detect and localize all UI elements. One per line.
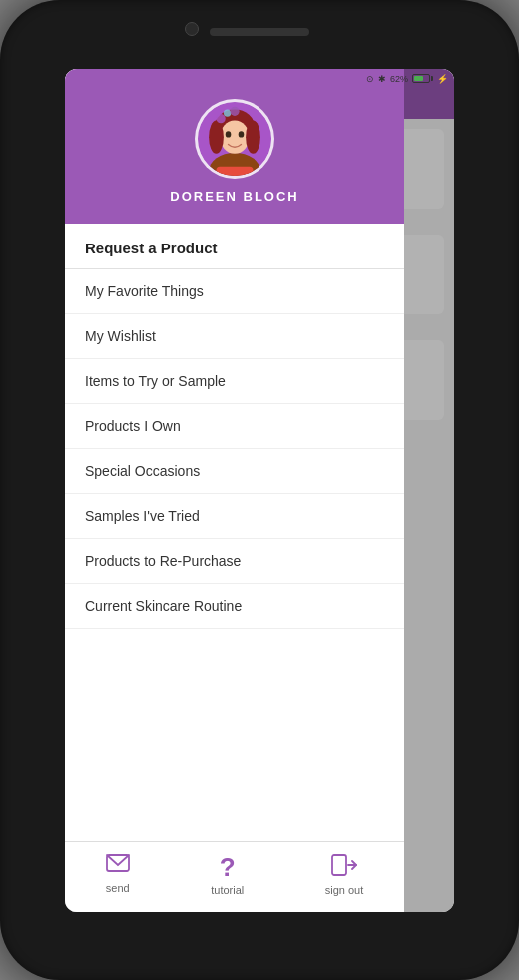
footer-signout[interactable]: sign out bbox=[325, 854, 364, 896]
svg-point-9 bbox=[224, 109, 231, 116]
footer-tutorial[interactable]: ? tutorial bbox=[211, 854, 244, 896]
drawer-header: DOREEN BLOCH bbox=[65, 69, 404, 224]
battery-icon bbox=[412, 74, 433, 83]
footer-send[interactable]: send bbox=[106, 854, 130, 896]
drawer-username: DOREEN BLOCH bbox=[170, 189, 298, 204]
svg-point-5 bbox=[246, 120, 260, 153]
avatar bbox=[195, 99, 274, 179]
nav-item-favorite[interactable]: My Favorite Things bbox=[65, 269, 404, 314]
svg-point-8 bbox=[217, 114, 226, 123]
nav-item-samples-tried[interactable]: Samples I've Tried bbox=[65, 494, 404, 539]
drawer-footer: send ? tutorial sign out bbox=[65, 841, 404, 912]
phone-screen: ⊙ ✱ 62% ⚡ BRANDS Silk Foundation Ar bbox=[65, 69, 454, 912]
nav-section-header[interactable]: Request a Product bbox=[65, 224, 404, 269]
drawer-navigation: Request a Product My Favorite Things My … bbox=[65, 224, 404, 841]
nav-item-repurchase[interactable]: Products to Re-Purchase bbox=[65, 539, 404, 584]
svg-point-4 bbox=[209, 120, 224, 153]
svg-point-10 bbox=[230, 106, 239, 115]
avatar-image bbox=[198, 102, 271, 176]
status-bar: ⊙ ✱ 62% ⚡ bbox=[334, 69, 454, 89]
nav-item-special-occasions[interactable]: Special Occasions bbox=[65, 449, 404, 494]
nav-item-skincare-routine[interactable]: Current Skincare Routine bbox=[65, 584, 404, 629]
charging-icon: ⚡ bbox=[437, 74, 448, 84]
tutorial-label: tutorial bbox=[211, 884, 244, 896]
phone-camera bbox=[185, 22, 199, 36]
svg-point-3 bbox=[220, 120, 250, 153]
location-icon: ⊙ bbox=[366, 74, 374, 84]
send-icon bbox=[106, 854, 130, 878]
svg-rect-13 bbox=[332, 855, 346, 875]
bluetooth-icon: ✱ bbox=[378, 74, 386, 84]
nav-item-wishlist[interactable]: My Wishlist bbox=[65, 314, 404, 359]
nav-item-try-sample[interactable]: Items to Try or Sample bbox=[65, 359, 404, 404]
svg-point-7 bbox=[239, 131, 245, 137]
svg-rect-11 bbox=[217, 166, 254, 175]
battery-percent: 62% bbox=[390, 74, 408, 84]
signout-icon bbox=[331, 854, 357, 880]
side-drawer: DOREEN BLOCH Request a Product My Favori… bbox=[65, 69, 404, 912]
phone-device: ⊙ ✱ 62% ⚡ BRANDS Silk Foundation Ar bbox=[0, 0, 519, 980]
nav-item-products-own[interactable]: Products I Own bbox=[65, 404, 404, 449]
tutorial-icon: ? bbox=[220, 854, 236, 880]
phone-speaker bbox=[210, 28, 309, 36]
svg-point-6 bbox=[226, 131, 232, 137]
signout-label: sign out bbox=[325, 884, 364, 896]
send-label: send bbox=[106, 882, 130, 894]
